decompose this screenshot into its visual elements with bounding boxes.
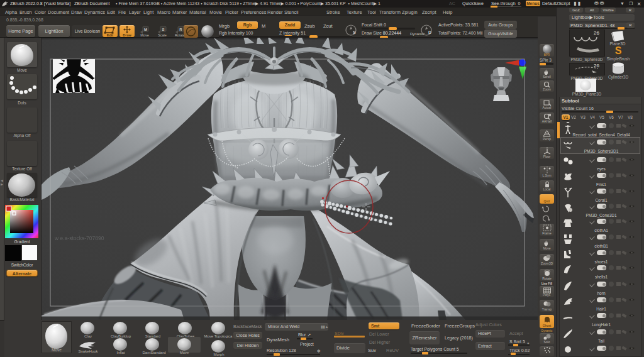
svg-text:M: M (144, 28, 147, 31)
svg-text:S: S (162, 28, 164, 31)
svg-text:Edit: Edit (107, 33, 114, 37)
svg-text:S: S (353, 30, 356, 35)
svg-text:Scale: Scale (158, 33, 167, 37)
svg-text:Move: Move (140, 33, 148, 37)
svg-text:R: R (179, 28, 182, 31)
svg-text:D: D (428, 30, 431, 35)
svg-text:Draw: Draw (123, 33, 131, 37)
svg-text:w e.a-stocks-707890: w e.a-stocks-707890 (54, 235, 104, 241)
